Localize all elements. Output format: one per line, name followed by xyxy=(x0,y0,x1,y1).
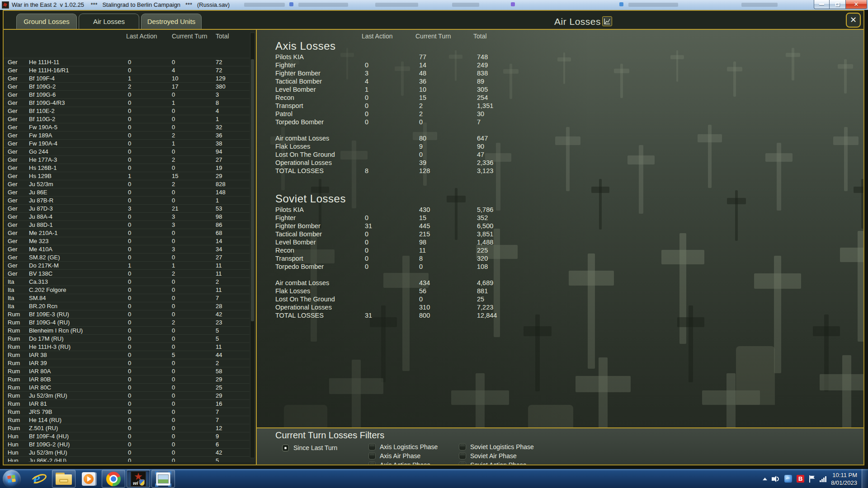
table-row: Ger Fw 190A-4 0 1 38 xyxy=(4,139,250,147)
taskbar-windows-explorer[interactable] xyxy=(52,470,75,488)
phase-filter-option[interactable]: Axis Air Phase xyxy=(369,451,438,460)
last-action-cell: 0 xyxy=(128,189,131,196)
clock-date: 8/01/2023 xyxy=(831,479,857,487)
taskbar-wite2-active[interactable]: ★ wi xyxy=(127,470,150,488)
total-cell: 23 xyxy=(216,319,222,326)
checkbox-icon[interactable] xyxy=(369,444,375,450)
last-action-cell: 0 xyxy=(128,376,131,383)
total-value: 25 xyxy=(477,296,484,303)
nation-cell: Rum xyxy=(8,335,20,342)
aircraft-cell: Bf 109G-2 (HU) xyxy=(29,441,70,448)
taskbar-internet-explorer[interactable]: e xyxy=(27,470,51,488)
phase-filter-option[interactable]: Soviet Logistics Phase xyxy=(459,442,534,451)
taskbar-clock[interactable]: 10:11 PM 8/01/2023 xyxy=(831,471,857,487)
taskbar-media-player[interactable] xyxy=(77,470,100,488)
aircraft-cell: He 114 (RU) xyxy=(29,417,61,423)
checkbox-label: Axis Logistics Phase xyxy=(380,443,438,450)
taskbar-chrome[interactable] xyxy=(102,470,125,488)
total-cell: 12 xyxy=(216,425,222,432)
current-turn-value: 0 xyxy=(419,118,423,126)
aircraft-cell: Ju 87D-3 xyxy=(29,205,53,212)
clock-time: 10:11 PM xyxy=(831,471,857,479)
aircraft-cell: Bf 109F-4 xyxy=(29,75,55,82)
nation-cell: Ger xyxy=(8,156,18,163)
last-action-value: 31 xyxy=(365,312,372,319)
table-row: Ger Bf 109F-4 1 10 129 xyxy=(4,74,250,82)
total-value: 108 xyxy=(477,263,488,270)
total-cell: 8 xyxy=(216,99,219,106)
total-cell: 42 xyxy=(216,449,222,456)
start-button[interactable] xyxy=(3,470,21,488)
close-screen-button[interactable]: ✕ xyxy=(846,13,861,28)
last-action-value: 0 xyxy=(365,102,368,109)
total-cell: 11 xyxy=(216,270,222,277)
last-action-cell: 0 xyxy=(128,384,131,391)
action-center-flag-icon[interactable] xyxy=(809,475,815,483)
table-row: Ger Do 217K-M 1 1 11 xyxy=(4,261,250,269)
checkbox-icon[interactable] xyxy=(369,462,375,465)
last-action-value: 3 xyxy=(365,70,368,77)
current-turn-value: 0 xyxy=(419,263,423,270)
table-row: Rum Bf 109G-4 (RU) 0 2 23 xyxy=(4,318,250,326)
phase-filter-option[interactable]: Axis Action Phase xyxy=(369,460,438,465)
current-turn-value: 48 xyxy=(419,70,426,77)
tab-destroyed-units[interactable]: Destroyed Units xyxy=(141,14,202,29)
table-row: Ger He 111H-16/R1 0 4 72 xyxy=(4,66,250,74)
network-signal-icon[interactable] xyxy=(820,476,826,482)
bitdefender-icon[interactable]: B xyxy=(797,475,804,483)
volume-icon[interactable] xyxy=(772,475,780,483)
radio-selected-icon[interactable] xyxy=(282,445,289,451)
checkbox-label: Soviet Action Phase xyxy=(470,461,527,465)
loss-label: Lost On The Ground xyxy=(275,151,335,158)
checkbox-icon[interactable] xyxy=(459,444,466,450)
current-turn-value: 14 xyxy=(419,61,426,69)
table-scrollbar[interactable] xyxy=(250,33,255,458)
show-desktop-button[interactable] xyxy=(862,469,868,488)
since-last-turn-option[interactable]: Since Last Turn xyxy=(282,444,337,451)
loss-row: Torpedo Bomber 0 0 7 xyxy=(257,118,573,127)
phase-filter-option[interactable]: Soviet Action Phase xyxy=(459,460,534,465)
total-value: 748 xyxy=(477,53,488,61)
last-action-cell: 0 xyxy=(128,197,131,204)
loss-label: Tactical Bomber xyxy=(275,230,322,238)
windows-update-icon[interactable] xyxy=(784,475,792,483)
tab-air-losses[interactable]: Air Losses xyxy=(79,14,139,29)
total-cell: 72 xyxy=(216,67,222,74)
phase-filter-option[interactable]: Axis Logistics Phase xyxy=(369,442,438,451)
loss-label: Lost On The Ground xyxy=(275,296,335,303)
hidden-icons-arrow[interactable] xyxy=(763,478,767,480)
current-turn-cell: 5 xyxy=(172,352,175,358)
current-turn-value: 2 xyxy=(419,102,423,109)
nation-cell: Rum xyxy=(8,392,20,399)
chart-toggle-button[interactable] xyxy=(602,16,612,26)
checkbox-icon[interactable] xyxy=(459,453,466,459)
loss-label: Level Bomber xyxy=(275,239,316,246)
current-turn-cell: 0 xyxy=(172,91,175,98)
checkbox-icon[interactable] xyxy=(459,462,466,465)
table-row: Ger Ju 88D-1 0 3 86 xyxy=(4,221,250,229)
table-row: Rum Z.501 (RU) 0 0 12 xyxy=(4,424,250,432)
loss-label: Recon xyxy=(275,94,294,101)
close-window-button[interactable]: ✕ xyxy=(845,0,867,9)
current-turn-value: 445 xyxy=(419,222,430,230)
current-turn-value: 0 xyxy=(419,296,423,303)
phase-filter-option[interactable]: Soviet Air Phase xyxy=(459,451,534,460)
tab-ground-losses[interactable]: Ground Losses xyxy=(16,14,77,29)
last-action-value: 0 xyxy=(365,255,368,262)
taskbar-photo-viewer[interactable] xyxy=(151,470,175,488)
loss-row: Patrol 0 2 30 xyxy=(257,110,573,118)
table-row: Rum JRS 79B 0 0 7 xyxy=(4,408,250,416)
nation-cell: Ger xyxy=(8,213,18,220)
total-cell: 72 xyxy=(216,59,222,66)
scrollbar-thumb[interactable] xyxy=(251,59,254,321)
checkbox-icon[interactable] xyxy=(369,453,375,459)
restore-button[interactable] xyxy=(829,0,846,9)
axis-losses-summary: Air combat Losses 80 647 Flak Losses 9 9… xyxy=(257,135,573,175)
minimize-button[interactable] xyxy=(814,0,830,9)
nation-cell: Ger xyxy=(8,140,18,147)
photo-viewer-icon xyxy=(156,472,170,486)
loss-label: Fighter Bomber xyxy=(275,70,321,77)
current-turn-cell: 0 xyxy=(172,376,175,383)
nation-cell: Rum xyxy=(8,384,20,391)
nation-cell: Rum xyxy=(8,319,20,326)
